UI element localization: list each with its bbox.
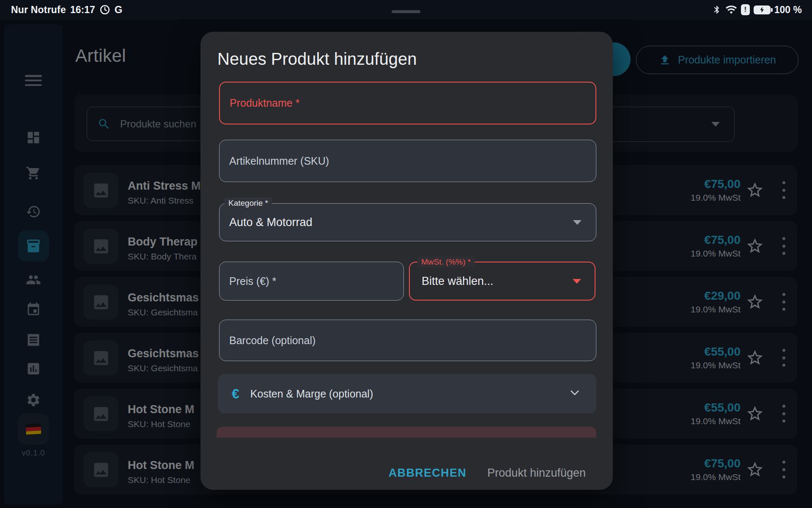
barcode-label: Barcode (optional): [229, 334, 315, 347]
barcode-input[interactable]: Barcode (optional): [219, 320, 596, 361]
price-input[interactable]: Preis (€) *: [219, 262, 404, 301]
vat-value: Bitte wählen...: [422, 275, 494, 288]
bluetooth-icon: [712, 4, 721, 15]
product-name-label: Produktname *: [230, 97, 299, 109]
vat-label: MwSt. (%%) *: [417, 257, 475, 268]
status-clock: 16:17: [70, 4, 95, 16]
euro-icon: €: [232, 386, 239, 402]
battery-icon: [754, 6, 771, 14]
sku-label: Artikelnummer (SKU): [229, 155, 329, 167]
add-product-dialog: Neues Produkt hinzufügen Produktname * A…: [200, 32, 613, 490]
expand-chevron-icon: [570, 390, 579, 395]
sku-input[interactable]: Artikelnummer (SKU): [219, 140, 596, 182]
screen-time-icon: [99, 4, 110, 15]
battery-percent: 100 %: [774, 4, 802, 16]
dialog-title: Neues Produkt hinzufügen: [217, 50, 417, 69]
chevron-down-icon: [573, 220, 582, 225]
carrier-label: Nur Notrufe: [11, 4, 66, 16]
vat-dropdown[interactable]: MwSt. (%%) * Bitte wählen...: [409, 262, 595, 301]
category-value: Auto & Motorrad: [229, 216, 313, 229]
product-name-input[interactable]: Produktname *: [219, 82, 596, 124]
gesture-handle: [392, 10, 420, 13]
category-dropdown[interactable]: Kategorie * Auto & Motorrad: [219, 203, 596, 241]
chevron-down-icon: [573, 279, 581, 284]
sim-alert-icon: !: [741, 4, 750, 15]
submit-button[interactable]: Produkt hinzufügen: [487, 464, 586, 481]
app-screen: Nur Notrufe 16:17 G ! 100 %: [0, 0, 812, 508]
wifi-icon: [725, 4, 737, 15]
status-bar: Nur Notrufe 16:17 G ! 100 %: [0, 0, 812, 19]
cost-margin-expander[interactable]: € Kosten & Marge (optional): [218, 374, 596, 414]
cost-margin-label: Kosten & Marge (optional): [250, 388, 373, 400]
price-label: Preis (€) *: [229, 275, 276, 287]
category-label: Kategorie *: [225, 198, 272, 209]
cancel-button[interactable]: ABBRECHEN: [389, 464, 466, 481]
error-banner-partial: [217, 427, 596, 438]
google-app-icon: G: [115, 4, 123, 16]
